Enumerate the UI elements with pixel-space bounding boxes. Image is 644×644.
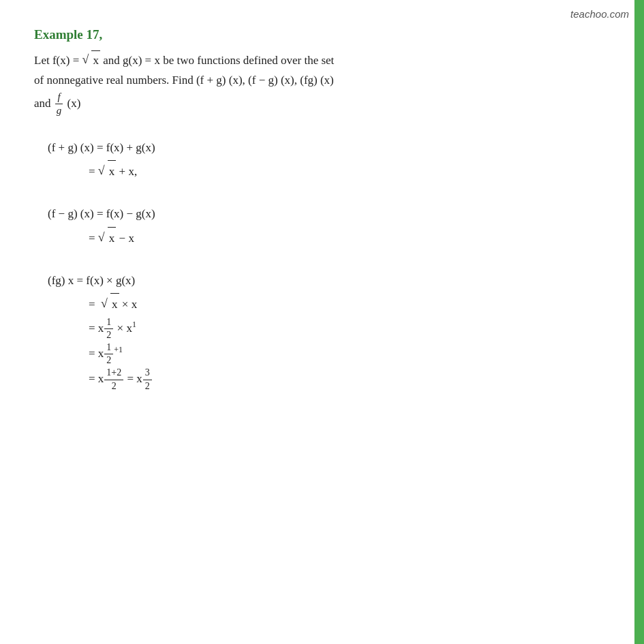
sqrt-x-problem: x — [82, 49, 100, 71]
sqrt-x-3: x — [101, 292, 119, 316]
f-over-g-inline: fg — [55, 91, 64, 118]
problem-line1: Let f(x) = x and g(x) = x be two functio… — [34, 54, 334, 67]
fg-product-line1: (fg) x = f(x) × g(x) — [48, 270, 603, 292]
fg-plus-line2: = x + x, — [48, 159, 603, 183]
problem-text: Let f(x) = x and g(x) = x be two functio… — [34, 49, 603, 118]
fg-minus-line2: = x − x — [48, 226, 603, 249]
fg-product-line5: = x1+22 = x32 — [48, 367, 603, 392]
teachoo-logo: teachoo.com — [570, 8, 629, 20]
accent-bar — [634, 0, 644, 644]
frac-1plus2-over-2: 1+22 — [104, 367, 123, 392]
example-title: Example 17, — [34, 27, 603, 42]
frac-three-halves: 32 — [143, 367, 152, 392]
frac-half: 12 — [104, 316, 113, 341]
fg-product-line4: = x12+1 — [48, 341, 603, 367]
section-f-plus-g: (f + g) (x) = f(x) + g(x) = x + x, — [34, 137, 603, 183]
problem-line3: and fg (x) — [34, 97, 80, 110]
frac-half-plus-1: 12 — [104, 341, 113, 367]
sqrt-x-1: x — [98, 159, 117, 183]
problem-line2: of nonnegative real numbers. Find (f + g… — [34, 74, 334, 87]
section-f-minus-g: (f − g) (x) = f(x) − g(x) = x − x — [34, 203, 603, 249]
fg-product-line3: = x12 × x1 — [48, 316, 603, 341]
page-container: teachoo.com Example 17, Let f(x) = x and… — [0, 0, 644, 644]
section-fg-product: (fg) x = f(x) × g(x) = x × x = x12 × x1 … — [34, 270, 603, 393]
fg-minus-line1: (f − g) (x) = f(x) − g(x) — [48, 203, 603, 225]
fg-plus-line1: (f + g) (x) = f(x) + g(x) — [48, 137, 603, 159]
sqrt-x-2: x — [98, 226, 117, 249]
fg-product-line2: = x × x — [48, 292, 603, 316]
